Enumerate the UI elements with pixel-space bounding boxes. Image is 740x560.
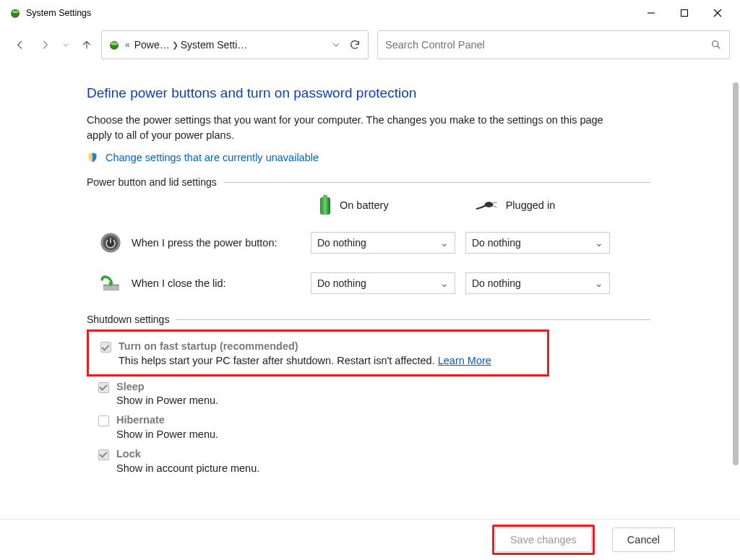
sleep-row: Sleep Show in Power menu. xyxy=(87,376,650,410)
footer: Save changes Cancel xyxy=(0,520,740,560)
chevron-down-icon: ⌄ xyxy=(595,237,603,249)
svg-line-16 xyxy=(492,206,496,207)
search-icon xyxy=(710,39,722,51)
column-plugged-label: Plugged in xyxy=(506,199,556,211)
hibernate-sub: Show in Power menu. xyxy=(116,427,218,443)
fast-startup-title: Turn on fast startup (recommended) xyxy=(119,340,491,353)
lock-title: Lock xyxy=(116,447,259,461)
row-lid: When I close the lid: Do nothing ⌄ Do no… xyxy=(87,263,650,303)
page-title: Define power buttons and turn on passwor… xyxy=(87,85,650,101)
hibernate-title: Hibernate xyxy=(116,413,218,427)
window-title: System Settings xyxy=(26,8,91,18)
search-box[interactable] xyxy=(377,30,730,59)
address-bar: « Powe… ❯ System Setti… xyxy=(0,26,740,64)
change-settings-link-row: Change settings that are currently unava… xyxy=(87,152,650,163)
sleep-sub: Show in Power menu. xyxy=(116,393,218,409)
cancel-button[interactable]: Cancel xyxy=(612,527,675,552)
column-headers: On battery Plugged in xyxy=(318,195,650,215)
history-dropdown[interactable] xyxy=(59,35,72,55)
change-settings-link[interactable]: Change settings that are currently unava… xyxy=(106,152,319,163)
lock-row: Lock Show in account picture menu. xyxy=(87,444,650,478)
shield-icon xyxy=(87,152,98,163)
hibernate-row: Hibernate Show in Power menu. xyxy=(87,410,650,444)
title-bar: System Settings xyxy=(0,0,740,26)
chevron-right-icon: ❯ xyxy=(170,40,181,50)
lock-checkbox[interactable] xyxy=(98,449,109,460)
breadcrumb-seg-1[interactable]: System Setti… xyxy=(181,39,248,51)
chevron-down-icon: ⌄ xyxy=(595,277,603,289)
forward-button[interactable] xyxy=(35,35,55,55)
svg-point-14 xyxy=(484,202,493,207)
power-button-battery-select[interactable]: Do nothing ⌄ xyxy=(311,232,455,254)
minimize-button[interactable] xyxy=(634,2,668,24)
highlight-fast-startup: Turn on fast startup (recommended) This … xyxy=(87,329,549,376)
app-icon xyxy=(9,7,22,20)
plug-icon xyxy=(476,198,499,212)
chevron-down-icon: ⌄ xyxy=(440,237,449,249)
svg-line-15 xyxy=(492,202,496,204)
page-description: Choose the power settings that you want … xyxy=(87,113,629,143)
window-controls xyxy=(634,2,734,24)
power-button-icon xyxy=(98,231,123,255)
breadcrumb-overflow: « xyxy=(125,40,130,50)
section-header-shutdown: Shutdown settings xyxy=(87,314,650,325)
back-button[interactable] xyxy=(10,35,30,55)
hibernate-checkbox[interactable] xyxy=(98,415,109,426)
refresh-button[interactable] xyxy=(348,39,362,51)
highlight-save-button: Save changes xyxy=(492,525,595,555)
column-battery-label: On battery xyxy=(340,199,389,211)
fast-startup-checkbox[interactable] xyxy=(100,342,111,353)
section-header-power-lid: Power button and lid settings xyxy=(87,176,650,188)
chevron-down-icon: ⌄ xyxy=(440,277,449,289)
main-content: Define power buttons and turn on passwor… xyxy=(0,64,730,499)
battery-icon xyxy=(318,195,332,215)
lock-sub: Show in account picture menu. xyxy=(116,461,259,477)
svg-rect-12 xyxy=(323,195,327,197)
learn-more-link[interactable]: Learn More xyxy=(438,355,491,366)
close-button[interactable] xyxy=(701,2,734,24)
fast-startup-sub: This helps start your PC faster after sh… xyxy=(119,353,491,369)
power-button-plugged-select[interactable]: Do nothing ⌄ xyxy=(465,232,610,254)
lid-battery-select[interactable]: Do nothing ⌄ xyxy=(311,272,455,294)
svg-line-11 xyxy=(718,46,720,49)
row-power-button: When I press the power button: Do nothin… xyxy=(87,223,650,263)
breadcrumb-seg-0[interactable]: Powe… xyxy=(134,39,170,51)
fast-startup-row: Turn on fast startup (recommended) This … xyxy=(99,336,541,370)
svg-rect-13 xyxy=(320,197,330,215)
shutdown-settings-list: Turn on fast startup (recommended) This … xyxy=(87,329,650,477)
maximize-button[interactable] xyxy=(668,2,701,24)
up-button[interactable] xyxy=(77,35,97,55)
svg-point-10 xyxy=(713,41,718,47)
search-input[interactable] xyxy=(385,39,710,51)
location-icon xyxy=(108,38,121,51)
sleep-checkbox[interactable] xyxy=(98,382,109,393)
sleep-title: Sleep xyxy=(116,380,218,394)
svg-rect-4 xyxy=(681,10,688,17)
breadcrumb[interactable]: « Powe… ❯ System Setti… xyxy=(101,30,369,59)
lid-plugged-select[interactable]: Do nothing ⌄ xyxy=(465,272,610,294)
save-button[interactable]: Save changes xyxy=(495,527,592,552)
svg-point-9 xyxy=(111,42,118,46)
breadcrumb-dropdown[interactable] xyxy=(329,40,343,49)
laptop-lid-icon xyxy=(98,271,123,296)
